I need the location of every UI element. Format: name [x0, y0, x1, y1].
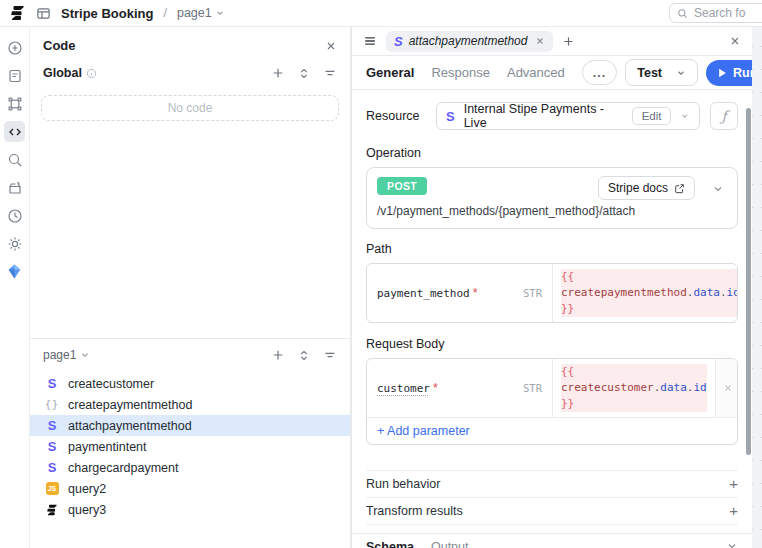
run-button[interactable]: Run ⌘↵ — [706, 60, 752, 86]
tab-output[interactable]: Output — [431, 540, 469, 548]
breadcrumb-page-dropdown[interactable]: page1 — [177, 6, 225, 20]
query-label: createcustomer — [68, 377, 154, 391]
retool-app-editor: Stripe Booking / page1 Search fo — [0, 0, 762, 548]
template-expression: {{ createpaymentmethod.data.id }} — [561, 269, 738, 317]
tab-response[interactable]: Response — [431, 65, 490, 80]
add-query-icon[interactable] — [271, 348, 285, 362]
path-section-label: Path — [366, 242, 738, 256]
query-row-createcustomer[interactable]: S createcustomer — [30, 373, 350, 394]
edit-resource-button[interactable]: Edit — [632, 107, 672, 125]
new-tab-icon[interactable] — [562, 35, 575, 48]
query-row-query3[interactable]: query3 — [30, 499, 350, 520]
fx-toggle-button[interactable]: ƒ — [710, 102, 738, 130]
resource-select[interactable]: S Internal Stipe Payments - Live Edit — [436, 102, 700, 130]
query-label: attachpaymentmethod — [68, 419, 192, 433]
request-body-card: customer* STR {{ createcustomer.data.id … — [366, 358, 738, 445]
param-value-input[interactable]: {{ createcustomer.data.id }} — [552, 359, 715, 417]
remove-param-icon[interactable] — [715, 359, 738, 417]
stripe-icon: S — [45, 377, 59, 390]
transform-results-section[interactable]: Transform results + — [366, 497, 738, 524]
chevron-down-icon — [80, 350, 90, 360]
canvas-background — [752, 27, 762, 548]
query-label: chargecardpayment — [68, 461, 178, 475]
add-code-icon[interactable] — [271, 66, 285, 80]
path-param-row: payment_method* STR {{ createpaymentmeth… — [366, 263, 738, 323]
filter-icon[interactable] — [323, 67, 337, 80]
run-behavior-section[interactable]: Run behavior + — [366, 470, 738, 497]
query-row-chargecardpayment[interactable]: S chargecardpayment — [30, 457, 350, 478]
operation-card[interactable]: POST Stripe docs /v1/payment_methods/{pa… — [366, 167, 738, 229]
query-list: S createcustomer {} createpaymentmethod … — [30, 370, 350, 520]
filter-icon[interactable] — [323, 349, 337, 362]
code-panel-title: Code — [43, 38, 76, 53]
retool-ai-gem-icon[interactable] — [4, 261, 25, 282]
editor-tab-bar: S attachpaymentmethod — [352, 27, 752, 56]
tab-label: attachpaymentmethod — [409, 34, 528, 48]
endpoint-path: /v1/payment_methods/{payment_method}/att… — [377, 204, 727, 218]
expand-icon[interactable]: + — [729, 475, 738, 492]
query-editor-panel: S attachpaymentmethod General Response A… — [351, 27, 752, 548]
chevron-down-icon[interactable] — [712, 183, 724, 195]
request-body-label: Request Body — [366, 337, 738, 351]
body-param-row: customer* STR {{ createcustomer.data.id … — [367, 359, 737, 417]
query-row-query2[interactable]: JS query2 — [30, 478, 350, 499]
code-panel: Code Global No code — [30, 27, 351, 338]
components-frame-icon[interactable] — [4, 93, 25, 114]
resource-value: Internal Stipe Payments - Live — [464, 102, 623, 130]
javascript-icon: JS — [46, 482, 59, 495]
info-icon — [86, 68, 97, 79]
template-expression: {{ createcustomer.data.id }} — [561, 364, 707, 412]
sort-icon[interactable] — [298, 349, 310, 362]
environment-select[interactable]: Test — [625, 59, 698, 86]
param-value-input[interactable]: {{ createpaymentmethod.data.id }} — [552, 264, 738, 322]
toolbox-icon[interactable] — [4, 177, 25, 198]
settings-gear-icon[interactable] — [4, 233, 25, 254]
query-label: query2 — [68, 482, 106, 496]
close-code-panel-icon[interactable] — [325, 40, 337, 52]
retool-icon — [45, 504, 59, 516]
query-label: createpaymentmethod — [68, 398, 192, 412]
param-name: customer — [377, 382, 430, 395]
tab-general[interactable]: General — [366, 65, 414, 80]
stripe-docs-button[interactable]: Stripe docs — [598, 176, 695, 200]
required-asterisk: * — [433, 381, 438, 395]
top-bar: Stripe Booking / page1 Search fo — [0, 0, 762, 27]
param-type-badge: STR — [523, 287, 542, 299]
expand-icon[interactable]: + — [729, 502, 738, 519]
code-icon[interactable] — [4, 121, 25, 142]
panel-layout-icon[interactable] — [36, 6, 51, 21]
operation-label: Operation — [366, 146, 738, 160]
add-component-icon[interactable] — [4, 37, 25, 58]
tab-schema[interactable]: Schema — [366, 540, 414, 548]
history-icon[interactable] — [4, 205, 25, 226]
query-row-createpaymentmethod[interactable]: {} createpaymentmethod — [30, 394, 350, 415]
close-tab-icon[interactable] — [535, 36, 545, 46]
query-row-paymentintent[interactable]: S paymentintent — [30, 436, 350, 457]
page-scope-dropdown[interactable]: page1 — [43, 348, 90, 362]
rest-api-icon: {} — [45, 399, 59, 410]
tab-attachpaymentmethod[interactable]: S attachpaymentmethod — [386, 31, 553, 52]
editor-content: Resource S Internal Stipe Payments - Liv… — [352, 91, 752, 548]
hamburger-menu-icon[interactable] — [363, 34, 377, 48]
scrollbar-thumb[interactable] — [746, 108, 751, 455]
tab-advanced[interactable]: Advanced — [507, 65, 565, 80]
sort-icon[interactable] — [298, 67, 310, 80]
search-input[interactable]: Search fo — [669, 3, 762, 23]
retool-logo[interactable] — [9, 5, 26, 21]
search-icon — [677, 8, 688, 19]
pages-icon[interactable] — [4, 65, 25, 86]
search-panel-icon[interactable] — [4, 149, 25, 170]
stripe-icon: S — [45, 440, 59, 453]
param-type-badge: STR — [523, 382, 542, 394]
query-row-attachpaymentmethod[interactable]: S attachpaymentmethod — [30, 415, 350, 436]
more-options-button[interactable]: ... — [582, 60, 617, 85]
breadcrumb-app-name[interactable]: Stripe Booking — [61, 6, 153, 21]
results-bar: Schema Output — [352, 533, 752, 548]
stripe-icon: S — [45, 419, 59, 432]
external-link-icon — [674, 183, 685, 194]
no-code-placeholder: No code — [41, 95, 339, 121]
chevron-down-icon[interactable] — [726, 540, 738, 548]
close-editor-icon[interactable] — [729, 35, 741, 47]
param-name: payment_method — [377, 287, 470, 300]
add-parameter-link[interactable]: + Add parameter — [367, 417, 737, 444]
